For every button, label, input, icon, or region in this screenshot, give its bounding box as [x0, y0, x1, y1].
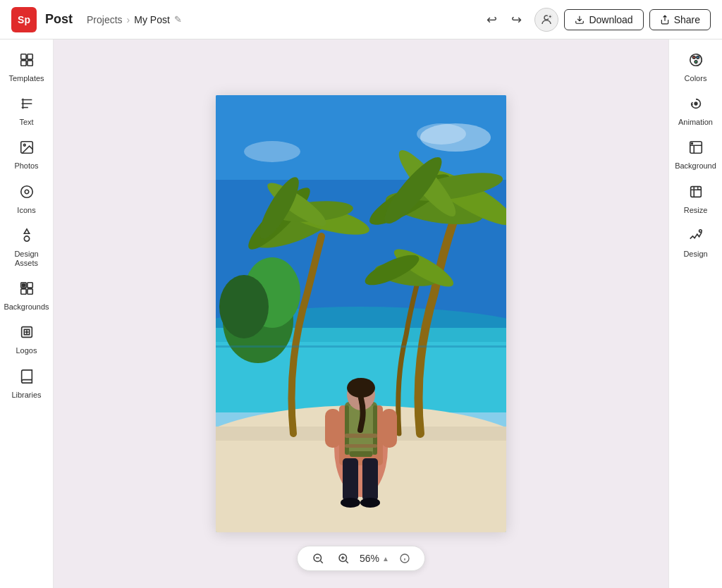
backgrounds-icon [19, 281, 35, 300]
svg-rect-15 [20, 289, 25, 294]
zoom-out-icon [312, 552, 324, 565]
sidebar-item-text[interactable]: Text [1, 89, 52, 133]
edit-title-icon[interactable]: ✎ [174, 14, 182, 25]
main-area: Templates Text Photos [0, 39, 722, 588]
sidebar-item-photos[interactable]: Photos [1, 133, 52, 176]
design-assets-label: Design Assets [4, 250, 49, 268]
svg-rect-17 [22, 284, 25, 287]
right-sidebar: Colors Animation Background [668, 39, 722, 588]
app-logo: Sp [11, 7, 37, 32]
breadcrumb-projects[interactable]: Projects [87, 14, 123, 25]
share-button[interactable]: Share [649, 9, 711, 30]
svg-point-84 [691, 143, 692, 145]
icons-icon [19, 184, 35, 203]
sidebar-item-colors[interactable]: Colors [671, 45, 721, 89]
sidebar-item-design[interactable]: Design [671, 221, 721, 264]
svg-rect-14 [27, 283, 32, 288]
download-button[interactable]: Download [564, 9, 643, 30]
svg-rect-61 [362, 458, 378, 501]
colors-icon [688, 52, 704, 71]
redo-button[interactable]: ↪ [507, 9, 526, 30]
breadcrumb-current: My Post [134, 14, 170, 25]
text-label: Text [19, 118, 33, 127]
svg-line-69 [321, 561, 323, 563]
svg-point-63 [360, 498, 380, 508]
svg-point-29 [219, 275, 269, 338]
svg-point-80 [696, 56, 699, 59]
zoom-out-button[interactable] [309, 551, 327, 566]
svg-point-11 [25, 190, 29, 194]
svg-point-82 [695, 102, 697, 105]
sidebar-item-design-assets[interactable]: Design Assets [1, 221, 52, 274]
zoom-bar: 56% ▲ [297, 546, 425, 571]
templates-icon [19, 52, 35, 71]
svg-line-72 [346, 561, 348, 563]
zoom-in-icon [337, 552, 350, 565]
canvas-area: 56% ▲ [54, 39, 668, 588]
svg-point-62 [341, 498, 360, 508]
svg-point-86 [699, 230, 702, 233]
svg-point-57 [347, 378, 375, 398]
design-icon [688, 228, 704, 247]
sidebar-item-animation[interactable]: Animation [671, 89, 721, 133]
svg-point-67 [244, 141, 300, 162]
sidebar-item-templates[interactable]: Templates [1, 45, 52, 89]
svg-rect-58 [325, 409, 341, 448]
topbar: Sp Post Projects › My Post ✎ ↩ ↪ Downloa… [0, 0, 722, 39]
text-icon [19, 96, 35, 115]
svg-rect-54 [345, 444, 377, 448]
svg-point-9 [23, 145, 25, 147]
share-icon [660, 15, 670, 25]
logos-label: Logos [16, 346, 37, 355]
info-button[interactable] [396, 551, 413, 565]
templates-label: Templates [8, 74, 44, 83]
svg-rect-53 [345, 434, 377, 438]
svg-rect-85 [690, 186, 701, 197]
svg-point-66 [417, 123, 466, 145]
photos-icon [19, 140, 35, 159]
svg-point-81 [695, 61, 697, 63]
zoom-in-button[interactable] [334, 551, 353, 566]
photos-label: Photos [14, 161, 38, 171]
svg-rect-60 [343, 458, 358, 501]
animation-icon [688, 96, 704, 115]
sidebar-item-backgrounds[interactable]: Backgrounds [1, 274, 52, 317]
canvas-container[interactable] [216, 95, 506, 532]
undo-redo-controls: ↩ ↪ [482, 9, 526, 30]
breadcrumb: Projects › My Post ✎ [87, 14, 182, 25]
undo-button[interactable]: ↩ [482, 9, 501, 30]
design-assets-icon [19, 228, 35, 247]
svg-rect-6 [20, 61, 25, 66]
svg-rect-59 [381, 409, 397, 448]
animation-label: Animation [678, 118, 713, 127]
svg-point-12 [24, 236, 29, 241]
background-label: Background [675, 161, 716, 171]
svg-rect-16 [27, 289, 32, 294]
download-icon [575, 15, 585, 25]
colors-label: Colors [685, 74, 707, 83]
left-sidebar: Templates Text Photos [0, 39, 54, 588]
icons-label: Icons [17, 206, 35, 215]
info-icon [399, 553, 410, 564]
canvas-image [216, 95, 506, 532]
sidebar-item-resize[interactable]: Resize [671, 177, 721, 221]
svg-rect-7 [27, 61, 32, 66]
svg-rect-64 [216, 345, 506, 348]
sidebar-item-icons[interactable]: Icons [1, 177, 52, 221]
svg-rect-55 [350, 451, 372, 457]
svg-point-10 [20, 185, 32, 197]
libraries-label: Libraries [11, 391, 41, 400]
background-icon [688, 140, 704, 159]
resize-label: Resize [684, 206, 708, 215]
topbar-right-actions: Download Share [534, 8, 711, 32]
sidebar-item-background[interactable]: Background [671, 133, 721, 176]
svg-point-79 [692, 56, 695, 59]
sidebar-item-libraries[interactable]: Libraries [1, 362, 52, 405]
svg-rect-5 [27, 54, 32, 59]
sidebar-item-logos[interactable]: Logos [1, 317, 52, 361]
app-name: Post [45, 12, 73, 27]
svg-rect-4 [20, 54, 25, 59]
avatar-button[interactable] [534, 8, 558, 32]
zoom-value[interactable]: 56% ▲ [360, 553, 389, 564]
zoom-chevron: ▲ [382, 555, 389, 563]
